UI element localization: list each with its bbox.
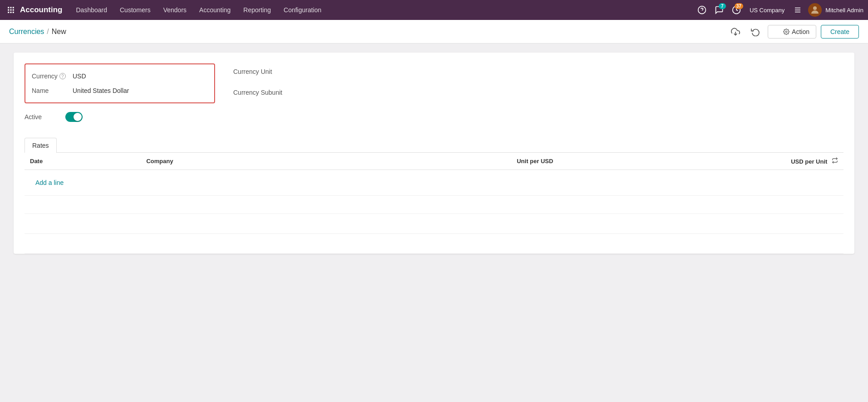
currency-help-icon[interactable]: ? <box>59 73 66 79</box>
settings-icon[interactable] <box>791 3 804 17</box>
user-avatar[interactable] <box>808 3 822 17</box>
active-toggle[interactable] <box>65 112 83 122</box>
chat-icon[interactable]: 7 <box>712 3 726 17</box>
nav-vendors[interactable]: Vendors <box>158 4 192 16</box>
topnav-right-section: 7 37 US Company Mitchell Admin <box>695 3 863 17</box>
active-label: Active <box>25 113 61 121</box>
svg-rect-2 <box>13 7 14 8</box>
name-field-row: Name United States Dollar <box>32 83 208 98</box>
company-name[interactable]: US Company <box>750 7 785 14</box>
chat-badge: 7 <box>719 3 726 9</box>
col-usd-per-unit: USD per Unit <box>559 153 843 170</box>
svg-rect-8 <box>13 12 14 13</box>
nav-menu: Dashboard Customers Vendors Accounting R… <box>71 4 695 16</box>
form-left: Currency ? USD Name United States Dollar… <box>25 63 215 129</box>
svg-point-15 <box>813 6 817 10</box>
gear-icon-2 <box>783 29 790 35</box>
reset-icon[interactable] <box>748 24 763 39</box>
svg-rect-6 <box>8 12 9 13</box>
currency-unit-label: Currency Unit <box>233 68 297 75</box>
add-line-button[interactable]: Add a line <box>30 174 838 191</box>
add-line-row: Add a line <box>25 170 843 196</box>
currency-field-row: Currency ? USD <box>32 69 208 83</box>
breadcrumb-bar: Currencies / New Action Create <box>0 20 868 44</box>
gear-icon <box>775 29 781 35</box>
swap-columns-icon[interactable] <box>832 157 838 164</box>
app-brand: Accounting <box>20 5 63 15</box>
breadcrumb-separator: / <box>47 28 49 36</box>
empty-row-2 <box>25 214 843 234</box>
active-field-row: Active <box>25 109 215 125</box>
name-value[interactable]: United States Dollar <box>73 87 129 94</box>
username-label: Mitchell Admin <box>825 7 863 14</box>
rates-table: Date Company Unit per USD USD per Unit <box>25 153 843 254</box>
currency-field-group: Currency ? USD Name United States Dollar <box>25 63 215 103</box>
svg-rect-3 <box>8 10 9 11</box>
svg-rect-7 <box>10 12 12 13</box>
form-section: Currency ? USD Name United States Dollar… <box>25 63 843 129</box>
nav-customers[interactable]: Customers <box>114 4 156 16</box>
breadcrumb-current: New <box>52 28 66 36</box>
action-button[interactable]: Action <box>768 25 816 39</box>
form-card: Currency ? USD Name United States Dollar… <box>14 53 854 254</box>
form-right: Currency Unit Currency Subunit <box>233 63 843 129</box>
nav-accounting[interactable]: Accounting <box>194 4 236 16</box>
apps-menu-icon[interactable] <box>5 4 17 16</box>
action-label: Action <box>792 28 809 35</box>
empty-row-1 <box>25 196 843 214</box>
activity-icon[interactable]: 37 <box>730 3 743 17</box>
currency-unit-row: Currency Unit <box>233 63 843 80</box>
currency-value[interactable]: USD <box>73 73 86 80</box>
support-icon[interactable] <box>695 3 709 17</box>
name-label: Name <box>32 87 68 94</box>
currency-subunit-label: Currency Subunit <box>233 89 297 96</box>
empty-row-3 <box>25 234 843 254</box>
currency-label: Currency ? <box>32 73 68 80</box>
svg-rect-4 <box>10 10 12 11</box>
col-date: Date <box>25 153 141 170</box>
col-unit-per-usd: Unit per USD <box>326 153 559 170</box>
breadcrumb-actions: Action Create <box>728 24 859 39</box>
tabs-bar: Rates <box>25 138 843 153</box>
breadcrumb: Currencies / New <box>9 28 66 36</box>
svg-rect-5 <box>13 10 14 11</box>
svg-point-17 <box>785 31 787 33</box>
save-cloud-icon[interactable] <box>728 24 743 39</box>
col-company: Company <box>141 153 326 170</box>
nav-dashboard[interactable]: Dashboard <box>71 4 113 16</box>
create-button[interactable]: Create <box>821 25 859 39</box>
currency-subunit-row: Currency Subunit <box>233 84 843 101</box>
nav-configuration[interactable]: Configuration <box>278 4 327 16</box>
nav-reporting[interactable]: Reporting <box>238 4 276 16</box>
main-content: Currency ? USD Name United States Dollar… <box>0 44 868 263</box>
svg-rect-0 <box>8 7 9 8</box>
breadcrumb-parent[interactable]: Currencies <box>9 28 44 36</box>
activity-badge: 37 <box>735 3 743 9</box>
tab-rates[interactable]: Rates <box>25 138 57 153</box>
svg-rect-1 <box>10 7 12 8</box>
top-navigation: Accounting Dashboard Customers Vendors A… <box>0 0 868 20</box>
